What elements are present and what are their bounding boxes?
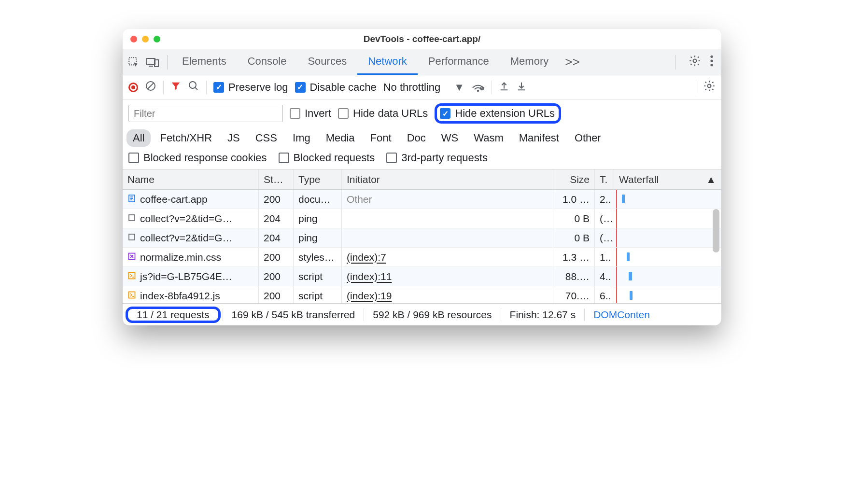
filter-chip-doc[interactable]: Doc — [401, 129, 432, 147]
table-row[interactable]: collect?v=2&tid=G…204ping0 B(… — [123, 209, 721, 228]
col-header-name[interactable]: Name — [123, 169, 259, 189]
table-row[interactable]: js?id=G-LB75G4E…200script(index):1188.…4… — [123, 267, 721, 286]
filter-bar: Invert Hide data URLs Hide extension URL… — [123, 99, 721, 127]
zoom-window-button[interactable] — [154, 36, 160, 42]
request-initiator — [342, 209, 553, 228]
search-icon[interactable] — [188, 80, 199, 95]
request-status: 204 — [259, 209, 294, 228]
filter-chip-img[interactable]: Img — [286, 129, 317, 147]
blocked-cookies-label: Blocked response cookies — [143, 152, 267, 164]
table-row[interactable]: coffee-cart.app200docu…Other1.0 …2.. — [123, 190, 721, 209]
tab-memory[interactable]: Memory — [500, 49, 559, 75]
col-header-initiator[interactable]: Initiator — [342, 169, 553, 189]
import-har-icon[interactable] — [499, 80, 509, 95]
filter-chip-all[interactable]: All — [127, 129, 151, 147]
filter-chip-ws[interactable]: WS — [435, 129, 464, 147]
col-header-size[interactable]: Size — [553, 169, 595, 189]
clear-button[interactable] — [145, 80, 156, 95]
close-window-button[interactable] — [130, 36, 137, 42]
request-type: script — [294, 267, 342, 286]
resource-type-filters: AllFetch/XHRJSCSSImgMediaFontDocWSWasmMa… — [123, 127, 721, 150]
record-button[interactable] — [128, 83, 138, 92]
col-header-status[interactable]: St… — [259, 169, 294, 189]
request-status: 200 — [259, 190, 294, 209]
filter-toggle-icon[interactable] — [170, 81, 181, 94]
request-time: 1.. — [595, 248, 614, 266]
request-size: 70.… — [553, 286, 595, 303]
extra-filters-row: Blocked response cookies Blocked request… — [123, 150, 721, 169]
request-initiator[interactable]: (index):7 — [342, 248, 553, 266]
request-type: ping — [294, 228, 342, 247]
request-name: normalize.min.css — [140, 252, 221, 263]
hide-extension-urls-highlight: Hide extension URLs — [435, 103, 561, 124]
filter-chip-manifest[interactable]: Manifest — [513, 129, 565, 147]
kebab-menu-icon[interactable] — [710, 55, 714, 70]
request-name: js?id=G-LB75G4E… — [140, 271, 232, 282]
table-row[interactable]: collect?v=2&tid=G…204ping0 B(… — [123, 228, 721, 248]
domcontentloaded-link[interactable]: DOMConten — [585, 309, 659, 321]
filter-chip-other[interactable]: Other — [568, 129, 607, 147]
table-row[interactable]: normalize.min.css200styles…(index):71.3 … — [123, 248, 721, 267]
third-party-checkbox[interactable]: 3rd-party requests — [386, 152, 488, 164]
panel-tabs: ElementsConsoleSourcesNetworkPerformance… — [171, 49, 559, 75]
tab-sources[interactable]: Sources — [297, 49, 357, 75]
filter-chip-media[interactable]: Media — [320, 129, 361, 147]
table-row[interactable]: index-8bfa4912.js200script(index):1970.…… — [123, 286, 721, 303]
more-tabs-button[interactable]: >> — [559, 55, 585, 70]
hide-extension-urls-checkbox[interactable]: Hide extension URLs — [440, 107, 555, 120]
disable-cache-checkbox[interactable]: Disable cache — [295, 81, 377, 94]
request-type: script — [294, 286, 342, 303]
minimize-window-button[interactable] — [142, 36, 149, 42]
request-time: 4.. — [595, 267, 614, 286]
tab-elements[interactable]: Elements — [171, 49, 237, 75]
network-conditions-icon[interactable] — [471, 80, 485, 95]
blocked-cookies-checkbox[interactable]: Blocked response cookies — [128, 152, 267, 164]
svg-line-11 — [195, 87, 197, 90]
transferred-size: 169 kB / 545 kB transferred — [223, 309, 364, 321]
col-header-waterfall[interactable]: Waterfall ▲ — [614, 169, 721, 189]
col-header-time[interactable]: T. — [595, 169, 614, 189]
filter-input[interactable] — [128, 105, 283, 122]
col-header-type[interactable]: Type — [294, 169, 342, 189]
network-toolbar: Preserve log Disable cache No throttling… — [123, 75, 721, 99]
svg-point-7 — [710, 64, 713, 66]
tab-performance[interactable]: Performance — [418, 49, 500, 75]
inspect-element-icon[interactable] — [127, 56, 140, 69]
filter-chip-js[interactable]: JS — [221, 129, 246, 147]
request-status: 204 — [259, 228, 294, 247]
blocked-requests-checkbox[interactable]: Blocked requests — [279, 152, 375, 164]
export-har-icon[interactable] — [516, 80, 527, 95]
file-type-icon — [127, 232, 136, 244]
third-party-label: 3rd-party requests — [401, 152, 488, 164]
request-initiator — [342, 228, 553, 247]
svg-rect-21 — [129, 215, 135, 221]
svg-point-16 — [708, 84, 711, 87]
device-toolbar-icon[interactable] — [146, 56, 159, 69]
request-time: (… — [595, 209, 614, 228]
request-type: styles… — [294, 248, 342, 266]
hide-extension-urls-label: Hide extension URLs — [455, 107, 555, 120]
settings-gear-icon[interactable] — [689, 55, 701, 70]
invert-checkbox[interactable]: Invert — [290, 107, 331, 120]
network-settings-gear-icon[interactable] — [703, 80, 716, 95]
svg-point-5 — [710, 55, 713, 57]
file-type-icon — [127, 271, 136, 282]
request-initiator[interactable]: (index):11 — [342, 267, 553, 286]
filter-chip-fetchxhr[interactable]: Fetch/XHR — [154, 129, 218, 147]
sort-asc-icon: ▲ — [706, 174, 716, 185]
tab-console[interactable]: Console — [237, 49, 297, 75]
request-initiator[interactable]: (index):19 — [342, 286, 553, 303]
file-type-icon — [127, 252, 136, 263]
preserve-log-checkbox[interactable]: Preserve log — [213, 81, 288, 94]
hide-data-urls-checkbox[interactable]: Hide data URLs — [338, 107, 428, 120]
filter-chip-css[interactable]: CSS — [249, 129, 283, 147]
filter-chip-wasm[interactable]: Wasm — [467, 129, 510, 147]
throttling-dropdown[interactable]: No throttling ▼ — [383, 81, 464, 94]
blocked-requests-label: Blocked requests — [294, 152, 375, 164]
svg-point-6 — [710, 59, 713, 62]
filter-chip-font[interactable]: Font — [364, 129, 398, 147]
table-body: coffee-cart.app200docu…Other1.0 …2..coll… — [123, 190, 721, 303]
tab-network[interactable]: Network — [357, 49, 418, 75]
throttling-value: No throttling — [383, 81, 441, 94]
waterfall-cell — [614, 228, 721, 247]
